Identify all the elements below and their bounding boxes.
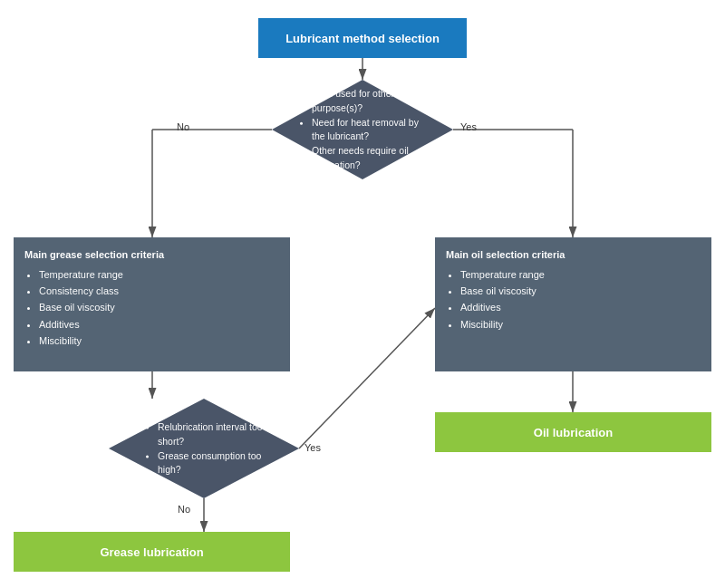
decision2-bullet1: Relubrication interval too short? xyxy=(158,420,263,449)
oil-criteria-box: Main oil selection criteria Temperature … xyxy=(435,237,711,371)
decision-diamond-bottom: Relubrication interval too short? Grease… xyxy=(109,399,299,498)
diamond-text-bottom: Relubrication interval too short? Grease… xyxy=(145,420,263,477)
oil-result-box: Oil lubrication xyxy=(435,412,711,452)
grease-item-1: Temperature range xyxy=(39,266,279,283)
decision1-bullet3: Other needs require oil lubrication? xyxy=(312,144,426,173)
flowchart: Lubricant method selection Oil is used f… xyxy=(0,0,725,588)
label-no1: No xyxy=(177,121,189,132)
grease-item-5: Miscibility xyxy=(39,333,279,349)
label-yes2: Yes xyxy=(304,442,321,453)
decision2-bullet2: Grease consumption too high? xyxy=(158,448,263,477)
oil-item-3: Additives xyxy=(460,299,701,315)
title-box: Lubricant method selection xyxy=(258,18,467,58)
grease-item-4: Additives xyxy=(39,316,279,333)
grease-criteria-title: Main grease selection criteria xyxy=(24,246,279,263)
decision-diamond-top: Oil is used for other purpose(s)? Need f… xyxy=(272,80,453,179)
oil-item-2: Base oil viscosity xyxy=(460,283,701,299)
oil-item-1: Temperature range xyxy=(460,266,701,283)
grease-item-2: Consistency class xyxy=(39,283,279,299)
title-text: Lubricant method selection xyxy=(285,32,440,45)
diamond-text-top: Oil is used for other purpose(s)? Need f… xyxy=(299,87,426,173)
label-no2: No xyxy=(178,504,190,515)
svg-line-7 xyxy=(299,308,435,448)
oil-result-text: Oil lubrication xyxy=(534,426,613,439)
decision1-bullet1: Oil is used for other purpose(s)? xyxy=(312,87,426,116)
oil-item-4: Miscibility xyxy=(460,316,701,333)
grease-item-3: Base oil viscosity xyxy=(39,299,279,315)
grease-result-text: Grease lubrication xyxy=(100,545,203,559)
label-yes1: Yes xyxy=(460,121,477,132)
decision1-bullet2: Need for heat removal by the lubricant? xyxy=(312,115,426,144)
grease-result-box: Grease lubrication xyxy=(14,532,290,572)
oil-criteria-title: Main oil selection criteria xyxy=(446,246,701,263)
grease-criteria-box: Main grease selection criteria Temperatu… xyxy=(14,237,290,371)
